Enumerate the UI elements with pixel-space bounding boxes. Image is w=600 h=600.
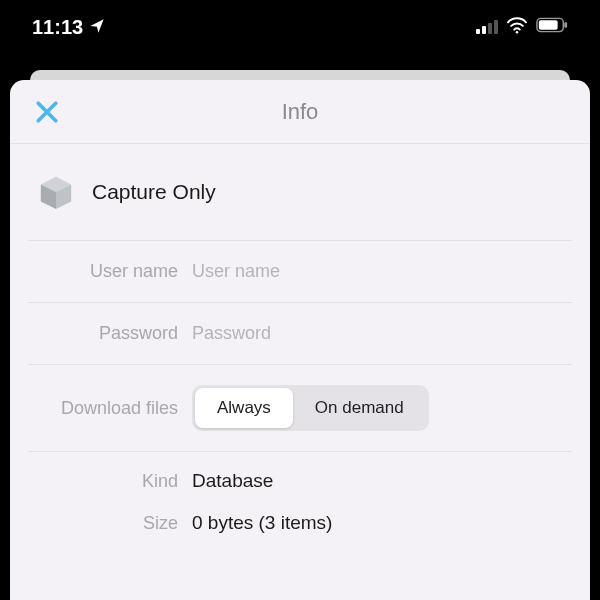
size-value: 0 bytes (3 items): [192, 512, 572, 534]
segment-on-demand[interactable]: On demand: [293, 388, 426, 428]
location-arrow-icon: [89, 16, 105, 39]
document-name: Capture Only: [92, 180, 216, 204]
battery-icon: [536, 17, 568, 37]
wifi-icon: [506, 16, 528, 38]
status-time: 11:13: [32, 16, 83, 39]
username-input[interactable]: [192, 261, 572, 282]
segment-always[interactable]: Always: [195, 388, 293, 428]
download-files-segmented: Always On demand: [192, 385, 429, 431]
kind-row: Kind Database: [28, 451, 572, 502]
size-row: Size 0 bytes (3 items): [28, 502, 572, 544]
close-icon: [32, 97, 62, 127]
kind-value: Database: [192, 470, 572, 492]
svg-rect-3: [564, 22, 567, 28]
info-sheet: Info Capture Only User name Password: [10, 80, 590, 600]
close-button[interactable]: [32, 97, 62, 127]
password-row: Password: [28, 302, 572, 364]
cube-icon: [36, 172, 76, 212]
svg-point-0: [516, 31, 519, 34]
sheet-header: Info: [10, 80, 590, 144]
background-card: [30, 70, 570, 80]
svg-rect-2: [539, 20, 558, 29]
download-files-label: Download files: [28, 398, 178, 419]
status-bar: 11:13: [0, 0, 600, 54]
download-files-row: Download files Always On demand: [28, 364, 572, 451]
sheet-title: Info: [282, 99, 319, 125]
cellular-signal-icon: [476, 20, 498, 34]
username-label: User name: [28, 261, 178, 282]
document-header: Capture Only: [28, 144, 572, 240]
password-label: Password: [28, 323, 178, 344]
size-label: Size: [28, 513, 178, 534]
username-row: User name: [28, 240, 572, 302]
kind-label: Kind: [28, 471, 178, 492]
password-input[interactable]: [192, 323, 572, 344]
